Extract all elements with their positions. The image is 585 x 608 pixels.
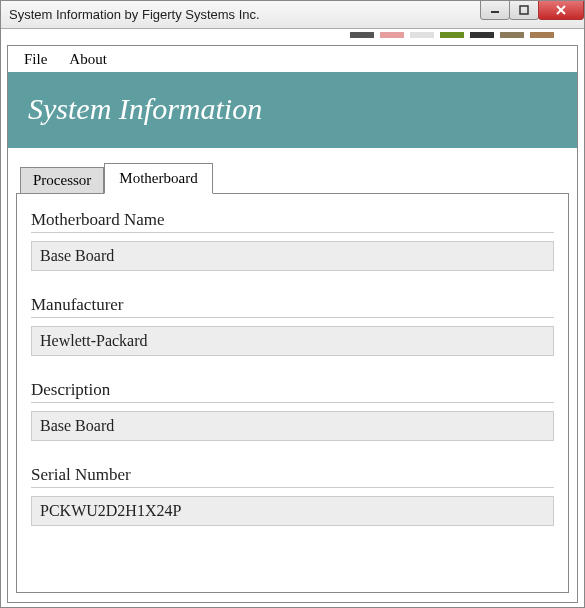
field-manufacturer: Manufacturer Hewlett-Packard <box>31 295 554 356</box>
swatch <box>410 32 434 38</box>
close-icon <box>555 4 567 16</box>
field-motherboard-name: Motherboard Name Base Board <box>31 210 554 271</box>
value-serial-number: PCKWU2D2H1X24P <box>31 496 554 526</box>
window-controls <box>481 0 584 20</box>
value-manufacturer: Hewlett-Packard <box>31 326 554 356</box>
value-motherboard-name: Base Board <box>31 241 554 271</box>
tab-strip: Processor Motherboard <box>20 162 569 193</box>
maximize-button[interactable] <box>509 0 539 20</box>
minimize-button[interactable] <box>480 0 510 20</box>
menubar: File About <box>8 46 577 72</box>
swatch <box>470 32 494 38</box>
value-description: Base Board <box>31 411 554 441</box>
tab-panel-motherboard: Motherboard Name Base Board Manufacturer… <box>16 193 569 593</box>
header-banner: System Information <box>8 72 577 148</box>
close-button[interactable] <box>538 0 584 20</box>
swatch <box>500 32 524 38</box>
field-description: Description Base Board <box>31 380 554 441</box>
tab-motherboard[interactable]: Motherboard <box>104 163 212 194</box>
menu-file[interactable]: File <box>16 49 55 70</box>
window-title: System Information by Figerty Systems In… <box>5 7 260 22</box>
titlebar: System Information by Figerty Systems In… <box>1 1 584 29</box>
swatch <box>380 32 404 38</box>
swatch <box>350 32 374 38</box>
label-serial-number: Serial Number <box>31 465 554 488</box>
svg-rect-1 <box>520 6 528 14</box>
swatch <box>440 32 464 38</box>
minimize-icon <box>490 5 500 15</box>
color-strip <box>1 31 584 39</box>
field-serial-number: Serial Number PCKWU2D2H1X24P <box>31 465 554 526</box>
label-motherboard-name: Motherboard Name <box>31 210 554 233</box>
tab-processor[interactable]: Processor <box>20 167 104 194</box>
app-frame: File About System Information Processor … <box>7 45 578 603</box>
swatch <box>530 32 554 38</box>
content-area: Processor Motherboard Motherboard Name B… <box>8 148 577 602</box>
page-title: System Information <box>28 92 262 125</box>
maximize-icon <box>519 5 529 15</box>
label-manufacturer: Manufacturer <box>31 295 554 318</box>
menu-about[interactable]: About <box>61 49 115 70</box>
label-description: Description <box>31 380 554 403</box>
